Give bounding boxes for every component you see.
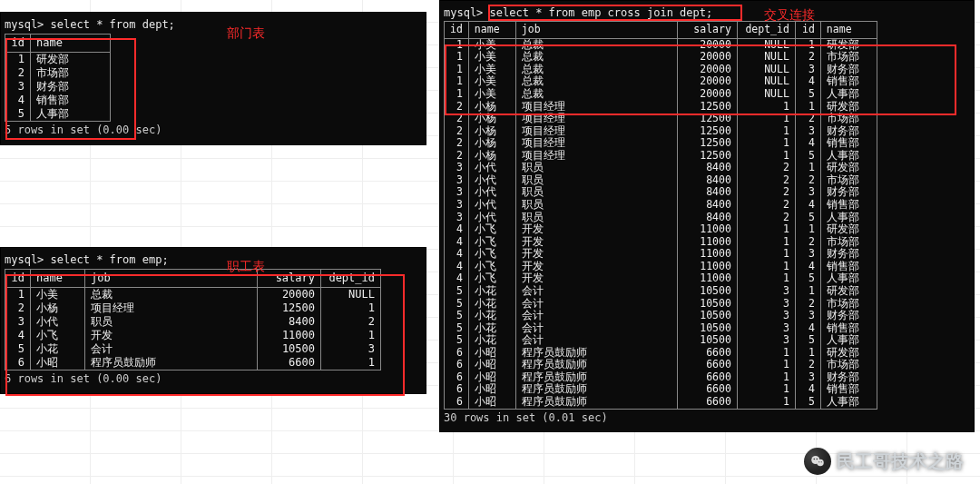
cell: 2	[795, 174, 820, 187]
cell: NULL	[737, 88, 795, 101]
cell: 10500	[677, 310, 737, 322]
cell: 小飞	[468, 272, 515, 285]
cell: 10500	[258, 342, 321, 356]
cell: 1	[795, 285, 820, 298]
table-row: 1研发部	[5, 53, 111, 67]
cell: 小花	[468, 334, 515, 347]
cell: 11000	[677, 236, 737, 249]
table-row: 3小代职员84002	[5, 315, 381, 329]
table-row: 6小昭程序员鼓励师66001	[5, 356, 381, 370]
cell: 6600	[677, 383, 737, 396]
cell: 小美	[468, 38, 515, 51]
cell: 4	[445, 223, 469, 236]
cell: 职员	[515, 199, 677, 212]
cell: 小美	[468, 88, 515, 101]
cell: 1	[737, 248, 795, 261]
label-emp: 职工表	[227, 259, 265, 275]
cell: 研发部	[820, 223, 877, 236]
table-row: 2小杨项目经理125001	[5, 301, 381, 315]
cell: 2	[445, 137, 469, 150]
table-row: 4小飞开发1100014销售部	[445, 261, 877, 273]
cell: 12500	[677, 101, 737, 114]
cell: 销售部	[820, 75, 877, 88]
cell: 2	[737, 162, 795, 174]
cell: 6600	[677, 359, 737, 371]
col-job: job	[515, 22, 677, 39]
svg-point-3	[817, 459, 818, 460]
cell: 4	[445, 272, 469, 285]
svg-point-1	[817, 459, 824, 467]
cell: 小杨	[468, 150, 515, 163]
table-row: 4小飞开发1100011研发部	[445, 223, 877, 236]
table-row: 6小昭程序员鼓励师660011研发部	[445, 347, 877, 360]
cell: 2	[795, 359, 820, 371]
cell: 小代	[468, 174, 515, 187]
cell: 2	[795, 298, 820, 311]
cell: 研发部	[820, 285, 877, 298]
cell: 12500	[677, 113, 737, 125]
terminal-cross: mysql> select * from emp cross join dept…	[439, 0, 975, 432]
cell: 2	[737, 199, 795, 212]
cell: 财务部	[31, 80, 111, 94]
cell: 小花	[468, 298, 515, 311]
cell: 程序员鼓励师	[515, 347, 677, 360]
table-row: 2小杨项目经理1250014销售部	[445, 137, 877, 150]
cell: 1	[737, 137, 795, 150]
cell: 开发	[515, 261, 677, 273]
cell: 3	[737, 322, 795, 335]
cell: 3	[445, 174, 469, 187]
cell: 2	[795, 113, 820, 125]
cell: 12500	[677, 150, 737, 163]
cell: 研发部	[820, 38, 877, 51]
cell: 人事部	[820, 150, 877, 163]
table-row: 3小代职员840022市场部	[445, 174, 877, 187]
cell: 1	[737, 359, 795, 371]
cell: 1	[5, 53, 31, 67]
col-deptid: dept_id	[737, 22, 795, 39]
cell: 6600	[677, 396, 737, 409]
cell: 财务部	[820, 310, 877, 322]
table-row: 6小昭程序员鼓励师660012市场部	[445, 359, 877, 371]
cell: 研发部	[820, 101, 877, 114]
table-row: 2小杨项目经理1250013财务部	[445, 125, 877, 138]
cell: 人事部	[31, 107, 111, 122]
cell: 开发	[515, 248, 677, 261]
cell: NULL	[737, 75, 795, 88]
cell: 3	[445, 162, 469, 174]
cell: 小美	[468, 64, 515, 76]
cell: 市场部	[820, 51, 877, 64]
cell: 程序员鼓励师	[515, 396, 677, 409]
rows-footer: 30 rows in set (0.01 sec)	[444, 411, 970, 424]
cell: 小代	[468, 212, 515, 224]
cell: 5	[795, 212, 820, 224]
dept-query: select * from dept;	[51, 18, 175, 31]
cell: 项目经理	[515, 150, 677, 163]
cell: 会计	[515, 322, 677, 335]
cell: 小花	[468, 322, 515, 335]
cell: 1	[737, 113, 795, 125]
cell: 12500	[677, 125, 737, 138]
cell: 1	[737, 223, 795, 236]
cell: 职员	[515, 186, 677, 199]
table-row: 4小飞开发110001	[5, 329, 381, 342]
cell: 开发	[85, 329, 258, 342]
cell: 4	[445, 261, 469, 273]
col-deptid: dept_id	[321, 270, 381, 288]
cell: 2	[445, 101, 469, 114]
table-row: 3小代职员840025人事部	[445, 212, 877, 224]
cell: 会计	[515, 310, 677, 322]
cell: 程序员鼓励师	[515, 359, 677, 371]
cell: 2	[737, 186, 795, 199]
cell: 1	[795, 38, 820, 51]
cell: 4	[795, 75, 820, 88]
cell: 市场部	[820, 113, 877, 125]
cell: 6600	[677, 347, 737, 360]
cell: 研发部	[31, 53, 111, 67]
cell: 2	[5, 66, 31, 80]
cell: 20000	[258, 288, 321, 302]
cell: 项目经理	[515, 101, 677, 114]
cell: 4	[445, 248, 469, 261]
cell: 会计	[515, 334, 677, 347]
cell: 11000	[677, 248, 737, 261]
cell: 6	[445, 347, 469, 360]
